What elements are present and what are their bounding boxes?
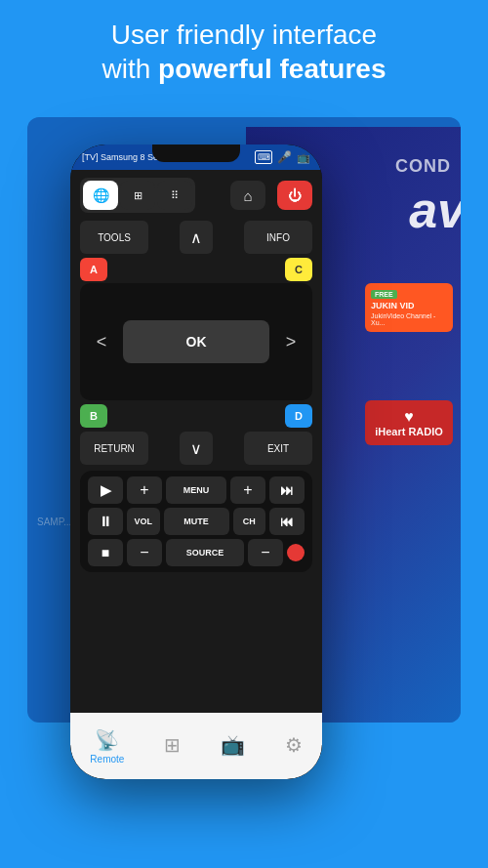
pause-button[interactable]: ⏸: [88, 508, 123, 535]
media-row-3: ■ − SOURCE −: [88, 539, 305, 566]
color-a-button[interactable]: A: [80, 258, 107, 281]
tv-jukin-sub: JukinVideo Channel - Xu...: [371, 312, 447, 326]
ch-label: CH: [233, 508, 266, 535]
tools-button[interactable]: TOOLS: [80, 221, 148, 254]
up-button[interactable]: ∧: [180, 221, 213, 254]
color-c-button[interactable]: C: [285, 258, 312, 281]
nav-settings[interactable]: ⚙: [273, 725, 314, 766]
menu-button[interactable]: MENU: [166, 476, 226, 504]
exit-button[interactable]: EXIT: [244, 432, 312, 465]
keyboard-icon[interactable]: ⌨: [255, 150, 272, 164]
phone: [TV] Samsung 8 Series (5... ⌨ 🎤 📺 🌐 ⊞ ⠿ …: [70, 145, 322, 779]
media-row-1: ▶ + MENU + ⏭: [88, 476, 305, 504]
media-row-2: ⏸ VOL MUTE CH ⏮: [88, 508, 305, 535]
right-button[interactable]: >: [269, 320, 312, 363]
vol-label: VOL: [127, 508, 160, 535]
cast-nav-icon: 📺: [221, 733, 245, 757]
return-row: RETURN ∨ EXIT: [80, 432, 312, 465]
header-line2: with powerful features: [29, 52, 459, 86]
color-b-button[interactable]: B: [80, 404, 107, 428]
remote-nav-label: Remote: [90, 754, 124, 765]
color-d-button[interactable]: D: [285, 404, 312, 428]
touchpad-button[interactable]: ⊞: [120, 181, 155, 210]
tv-condo-text: COND: [395, 156, 451, 177]
tv-jukin-title: JUKIN VID: [371, 301, 447, 310]
toolbar: 🌐 ⊞ ⠿ ⌂ ⏻: [70, 170, 322, 221]
nav-top-left: [80, 283, 123, 320]
tv-jukin-card: FREE JUKIN VID JukinVideo Channel - Xu..…: [365, 283, 453, 332]
settings-nav-icon: ⚙: [285, 733, 303, 757]
ok-button[interactable]: OK: [123, 320, 269, 363]
nav-top-right: [269, 283, 312, 320]
mic-icon[interactable]: 🎤: [277, 150, 292, 164]
tv-big-text: av: [409, 181, 461, 239]
color-row-top: A C: [80, 258, 312, 281]
nav-pad: < OK >: [80, 283, 312, 400]
power-button[interactable]: ⏻: [277, 181, 312, 210]
ch-plus-button[interactable]: +: [230, 476, 265, 504]
header-line1: User friendly interface: [29, 18, 459, 52]
nav-bot-right: [269, 363, 312, 400]
source-button[interactable]: SOURCE: [166, 539, 244, 566]
numpad-button[interactable]: ⠿: [157, 181, 192, 210]
bottom-controls: ▶ + MENU + ⏭ ⏸ VOL MUTE CH ⏮ ■ −: [80, 471, 312, 572]
mute-button[interactable]: MUTE: [164, 508, 229, 535]
down-button[interactable]: ∨: [180, 432, 213, 465]
home-button[interactable]: ⌂: [230, 181, 265, 210]
vol-minus-button[interactable]: −: [127, 539, 162, 566]
color-row-bottom: B D: [80, 404, 312, 428]
nav-apps[interactable]: ⊞: [152, 725, 192, 766]
ch-minus-button[interactable]: −: [248, 539, 283, 566]
remote-area: TOOLS ∧ INFO A C < OK >: [70, 221, 322, 779]
nav-cast[interactable]: 📺: [209, 725, 257, 766]
return-button[interactable]: RETURN: [80, 432, 148, 465]
status-icons: ⌨ 🎤 📺: [255, 150, 310, 164]
top-row: TOOLS ∧ INFO: [80, 221, 312, 254]
globe-button[interactable]: 🌐: [83, 181, 118, 210]
apps-nav-icon: ⊞: [164, 733, 181, 757]
stop-button[interactable]: ■: [88, 539, 123, 566]
left-button[interactable]: <: [80, 320, 123, 363]
nav-bot-left: [80, 363, 123, 400]
remote-nav-icon: 📡: [95, 728, 119, 752]
rw-button[interactable]: ⏮: [269, 508, 305, 535]
record-button[interactable]: [287, 544, 305, 561]
tv-iheart-icon: ♥: [373, 408, 445, 426]
info-button[interactable]: INFO: [244, 221, 312, 254]
header-text: User friendly interface with powerful fe…: [0, 18, 488, 86]
bottom-nav: 📡 Remote ⊞ 📺 ⚙: [70, 713, 322, 779]
nav-down-center: [123, 363, 269, 400]
tv-iheart-title: iHeart RADIO: [373, 426, 445, 437]
tv-iheart-card: ♥ iHeart RADIO: [365, 400, 453, 445]
phone-screen: [TV] Samsung 8 Series (5... ⌨ 🎤 📺 🌐 ⊞ ⠿ …: [70, 145, 322, 779]
tv-free-badge: FREE: [371, 290, 397, 299]
phone-notch: [152, 145, 240, 162]
nav-remote[interactable]: 📡 Remote: [78, 721, 136, 772]
cast-icon[interactable]: 📺: [297, 151, 310, 164]
tv-samsung-text: SAMP...: [37, 517, 71, 527]
ff-button[interactable]: ⏭: [269, 476, 305, 504]
nav-up-center: [123, 283, 269, 320]
vol-plus-button[interactable]: +: [127, 476, 162, 504]
play-button[interactable]: ▶: [88, 476, 123, 504]
